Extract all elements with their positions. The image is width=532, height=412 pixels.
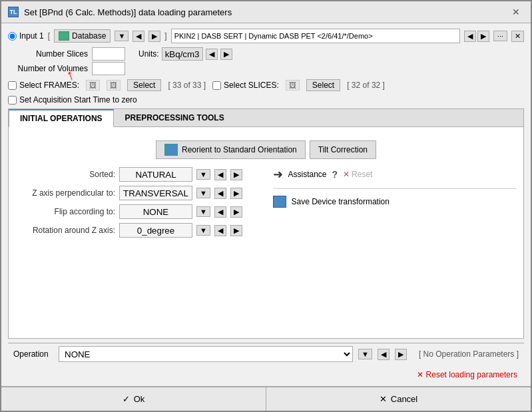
operation-select[interactable]: NONE	[59, 346, 353, 362]
path-input[interactable]: PKIN2 | DASB SERT | Dynamic DASB PET <2/…	[171, 29, 460, 43]
frames-select-btn[interactable]: Select	[127, 79, 161, 91]
path-next-btn[interactable]: ▶	[477, 31, 489, 42]
flip-prev-btn[interactable]: ◀	[214, 206, 226, 218]
flip-next-btn[interactable]: ▶	[230, 206, 242, 218]
units-prev-btn[interactable]: ◀	[206, 49, 218, 60]
select-frames-checkbox[interactable]	[8, 81, 17, 90]
rotation-select-btn[interactable]: 0_degree	[119, 223, 192, 238]
operation-bar: Operation NONE ▼ ◀ ▶ [ No Operation Para…	[8, 343, 524, 365]
dialog-title: Set [BPnd (6 Calc. Methods)] data loadin…	[24, 7, 232, 17]
num-volumes-label: Number of Volumes	[15, 64, 88, 73]
units-label: Units:	[138, 49, 159, 59]
tilt-btn[interactable]: Tilt Correction	[310, 140, 376, 159]
assistance-row: ➜ Assistance ? ✕ Reset	[273, 167, 517, 182]
num-slices-label: Number Slices	[15, 49, 88, 59]
zaxis-select-btn[interactable]: TRANSVERSAL	[119, 186, 192, 200]
more-btn[interactable]: ···	[493, 31, 507, 41]
select-slices-label: Select SLICES:	[224, 81, 279, 90]
num-slices-input[interactable]: 32	[92, 47, 125, 61]
title-bar: TL Set [BPnd (6 Calc. Methods)] data loa…	[1, 1, 531, 23]
sorted-down-btn[interactable]: ▼	[196, 169, 210, 180]
left-params: Sorted: NATURAL ▼ ◀ ▶ Z axis perpendicul…	[15, 167, 260, 238]
slices-select-btn[interactable]: Select	[306, 79, 340, 91]
units-select-btn[interactable]: kBq/cm3	[162, 47, 203, 61]
frames-icon2-btn[interactable]: 🖼	[107, 80, 121, 91]
ok-button[interactable]: ✓ Ok	[1, 387, 266, 411]
reset-loading-row: ✕ Reset loading parameters	[8, 369, 524, 381]
zaxis-next-btn[interactable]: ▶	[230, 188, 242, 199]
reorient-icon	[164, 144, 178, 156]
slices-icon-btn[interactable]: 🖼	[286, 80, 300, 91]
remove-btn[interactable]: ✕	[511, 31, 524, 42]
tab-preprocessing-tools[interactable]: PREPROCESSING TOOLS	[114, 109, 236, 126]
sorted-select-btn[interactable]: NATURAL	[119, 167, 192, 182]
save-device-label: Save Device transformation	[292, 197, 390, 206]
zaxis-label: Z axis perpendicular to:	[15, 188, 115, 198]
sorted-next-btn[interactable]: ▶	[230, 169, 242, 180]
cancel-button[interactable]: ✕ Cancel	[266, 387, 531, 411]
no-params-label: [ No Operation Parameters ]	[419, 349, 519, 359]
flip-down-btn[interactable]: ▼	[196, 206, 210, 217]
reset-load-icon: ✕	[417, 370, 423, 379]
dropdown-arrow-btn[interactable]: ▼	[115, 31, 129, 41]
tab-bar: INITIAL OPERATIONS PREPROCESSING TOOLS	[9, 109, 523, 127]
input1-radio-btn[interactable]	[8, 32, 17, 41]
cancel-x-icon: ✕	[380, 394, 387, 404]
num-volumes-input[interactable]: 33	[92, 62, 125, 75]
op-next-btn[interactable]: ▶	[395, 349, 407, 360]
op-down-btn[interactable]: ▼	[358, 349, 372, 359]
flip-row: Flip according to: NONE ▼ ◀ ▶	[15, 204, 260, 219]
reset-x-icon: ✕	[343, 170, 350, 179]
op-prev-btn[interactable]: ◀	[378, 349, 390, 360]
frames-count: [ 33 of 33 ]	[168, 81, 206, 90]
help-button[interactable]: ?	[332, 169, 338, 180]
sorted-prev-btn[interactable]: ◀	[214, 169, 226, 180]
window-close-button[interactable]: ✕	[508, 5, 524, 19]
zaxis-prev-btn[interactable]: ◀	[214, 188, 226, 199]
sorted-row: Sorted: NATURAL ▼ ◀ ▶	[15, 167, 260, 182]
zaxis-down-btn[interactable]: ▼	[196, 188, 210, 198]
tab-initial-operations[interactable]: INITIAL OPERATIONS	[9, 109, 114, 127]
flip-select-btn[interactable]: NONE	[119, 204, 192, 219]
rotation-prev-btn[interactable]: ◀	[214, 225, 226, 236]
acquisition-label: Set Acquisition Start Time to zero	[19, 95, 137, 104]
app-icon: TL	[8, 7, 19, 17]
acquisition-checkbox[interactable]	[8, 96, 17, 104]
slices-count: [ 32 of 32 ]	[347, 81, 385, 90]
path-nav: ◀ ▶	[464, 31, 489, 42]
reorient-btn[interactable]: Reorient to Standard Orientation	[156, 140, 306, 159]
ok-check-icon: ✓	[123, 394, 130, 404]
zaxis-row: Z axis perpendicular to: TRANSVERSAL ▼ ◀…	[15, 186, 260, 200]
rotation-next-btn[interactable]: ▶	[230, 225, 242, 236]
reset-loading-button[interactable]: ✕ Reset loading parameters	[417, 370, 517, 379]
operation-label: Operation	[13, 349, 53, 359]
assist-arrow-icon: ➜	[273, 167, 283, 182]
rotation-down-btn[interactable]: ▼	[196, 225, 210, 236]
divider	[273, 188, 517, 189]
rotation-label: Rotation around Z axis:	[15, 226, 115, 235]
ok-label: Ok	[134, 394, 145, 404]
database-label: Database	[72, 31, 106, 41]
reset-button[interactable]: ✕ Reset	[343, 170, 372, 179]
frames-icon1-btn[interactable]: 🖼	[86, 80, 100, 91]
assistance-label: Assistance	[288, 170, 327, 179]
main-dialog: TL Set [BPnd (6 Calc. Methods)] data loa…	[0, 0, 532, 412]
prev-btn[interactable]: ◀	[133, 31, 144, 42]
tilt-label: Tilt Correction	[318, 145, 368, 154]
save-device-row: Save Device transformation	[273, 196, 517, 208]
select-slices-check[interactable]: Select SLICES:	[212, 81, 279, 90]
dialog-content: Input 1 [ Database ↑ ▼ ◀ ▶ ] PKIN2 | DAS…	[1, 23, 531, 386]
input1-radio[interactable]: Input 1	[8, 31, 44, 41]
frames-row: Select FRAMES: 🖼 🖼 Select [ 33 of 33 ] S…	[8, 79, 524, 91]
path-prev-btn[interactable]: ◀	[464, 31, 476, 42]
select-slices-checkbox[interactable]	[212, 81, 221, 90]
next-btn[interactable]: ▶	[148, 31, 160, 42]
tab-container: INITIAL OPERATIONS PREPROCESSING TOOLS R…	[8, 108, 524, 339]
params-area: Sorted: NATURAL ▼ ◀ ▶ Z axis perpendicul…	[15, 167, 517, 238]
database-button[interactable]: Database	[54, 29, 111, 43]
reset-load-label: Reset loading parameters	[426, 370, 517, 379]
sorted-label: Sorted:	[15, 170, 115, 179]
units-next-btn[interactable]: ▶	[220, 49, 232, 60]
flip-label: Flip according to:	[15, 207, 115, 216]
acquisition-row: Set Acquisition Start Time to zero	[8, 95, 524, 104]
